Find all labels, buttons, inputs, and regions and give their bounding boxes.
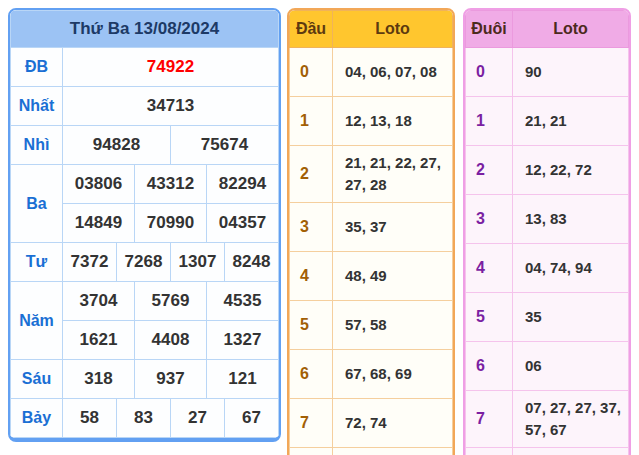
dau-loto-values: 35, 37 xyxy=(333,202,453,251)
prize-row-nhat: Nhất 34713 xyxy=(11,87,279,126)
dau-row-6: 6 67, 68, 69 xyxy=(290,349,453,398)
prize-value: 937 xyxy=(135,360,207,399)
dau-loto-values: 21, 21, 22, 27, 27, 28 xyxy=(333,146,453,203)
prize-value: 8248 xyxy=(225,243,279,282)
prize-row-db: ĐB 74922 xyxy=(11,48,279,87)
dau-loto-values: 04, 06, 07, 08 xyxy=(333,48,453,97)
prize-value: 4408 xyxy=(135,321,207,360)
duoi-row-0: 0 90 xyxy=(466,48,629,97)
prize-value: 94828 xyxy=(63,126,171,165)
result-table-header-row: Thứ Ba 13/08/2024 xyxy=(11,11,279,48)
dau-digit: 7 xyxy=(290,398,333,447)
dau-digit: 3 xyxy=(290,202,333,251)
loto-column-header: Loto xyxy=(333,11,453,48)
prize-row-tu: Tư 7372 7268 1307 8248 xyxy=(11,243,279,282)
duoi-row-1: 1 21, 21 xyxy=(466,97,629,146)
prize-value: 7268 xyxy=(117,243,171,282)
prize-value: 70990 xyxy=(135,204,207,243)
duoi-digit: 0 xyxy=(466,48,513,97)
dau-column-header: Đầu xyxy=(290,11,333,48)
prize-label-ba: Ba xyxy=(11,165,63,243)
duoi-row-6: 6 06 xyxy=(466,342,629,391)
prize-row-ba: Ba 03806 43312 82294 xyxy=(11,165,279,204)
dau-row-3: 3 35, 37 xyxy=(290,202,453,251)
dau-header-row: Đầu Loto xyxy=(290,11,453,48)
prize-value: 3704 xyxy=(63,282,135,321)
dau-loto-values: 48, 49 xyxy=(333,251,453,300)
prize-label-bay: Bảy xyxy=(11,399,63,438)
dau-loto-table: Đầu Loto 0 04, 06, 07, 08 1 12, 13, 18 2… xyxy=(289,10,453,455)
duoi-row-3: 3 13, 83 xyxy=(466,195,629,244)
duoi-loto-values: 13, 83 xyxy=(513,195,629,244)
dau-loto-card: Đầu Loto 0 04, 06, 07, 08 1 12, 13, 18 2… xyxy=(287,8,455,455)
duoi-header-row: Đuôi Loto xyxy=(466,11,629,48)
prize-value: 75674 xyxy=(171,126,279,165)
prize-value-special: 74922 xyxy=(63,48,279,87)
prize-value: 7372 xyxy=(63,243,117,282)
dau-digit: 5 xyxy=(290,300,333,349)
dau-row-8: 8 83 xyxy=(290,447,453,455)
prize-value: 03806 xyxy=(63,165,135,204)
duoi-loto-values: 12, 22, 72 xyxy=(513,146,629,195)
loto-column-header: Loto xyxy=(513,11,629,48)
dau-loto-values: 12, 13, 18 xyxy=(333,97,453,146)
dau-loto-values: 67, 68, 69 xyxy=(333,349,453,398)
prize-value: 1307 xyxy=(171,243,225,282)
result-table: Thứ Ba 13/08/2024 ĐB 74922 Nhất 34713 Nh… xyxy=(10,10,279,438)
prize-value: 121 xyxy=(207,360,279,399)
result-table-card: Thứ Ba 13/08/2024 ĐB 74922 Nhất 34713 Nh… xyxy=(8,8,281,442)
prize-value: 318 xyxy=(63,360,135,399)
dau-digit: 4 xyxy=(290,251,333,300)
prize-value: 5769 xyxy=(135,282,207,321)
duoi-digit: 2 xyxy=(466,146,513,195)
result-date-title: Thứ Ba 13/08/2024 xyxy=(11,11,279,48)
prize-value: 67 xyxy=(225,399,279,438)
lottery-results-page: Thứ Ba 13/08/2024 ĐB 74922 Nhất 34713 Nh… xyxy=(0,0,639,455)
prize-label-nhi: Nhì xyxy=(11,126,63,165)
dau-digit: 2 xyxy=(290,146,333,203)
duoi-loto-values: 21, 21 xyxy=(513,97,629,146)
prize-value: 83 xyxy=(117,399,171,438)
duoi-row-8: 8 08, 18, 28, 48, 58, 68 xyxy=(466,447,629,455)
prize-value: 34713 xyxy=(63,87,279,126)
duoi-loto-values: 06 xyxy=(513,342,629,391)
duoi-row-2: 2 12, 22, 72 xyxy=(466,146,629,195)
prize-label-nam: Năm xyxy=(11,282,63,360)
dau-digit: 1 xyxy=(290,97,333,146)
prize-row-bay: Bảy 58 83 27 67 xyxy=(11,399,279,438)
prize-value: 82294 xyxy=(207,165,279,204)
dau-row-5: 5 57, 58 xyxy=(290,300,453,349)
prize-value: 27 xyxy=(171,399,225,438)
prize-value: 1327 xyxy=(207,321,279,360)
dau-loto-values: 57, 58 xyxy=(333,300,453,349)
duoi-row-4: 4 04, 74, 94 xyxy=(466,244,629,293)
dau-row-7: 7 72, 74 xyxy=(290,398,453,447)
dau-row-2: 2 21, 21, 22, 27, 27, 28 xyxy=(290,146,453,203)
dau-digit: 0 xyxy=(290,48,333,97)
duoi-digit: 6 xyxy=(466,342,513,391)
prize-row-sau: Sáu 318 937 121 xyxy=(11,360,279,399)
prize-row-nhi: Nhì 94828 75674 xyxy=(11,126,279,165)
duoi-loto-values: 90 xyxy=(513,48,629,97)
dau-digit: 8 xyxy=(290,447,333,455)
duoi-digit: 4 xyxy=(466,244,513,293)
prize-value: 04357 xyxy=(207,204,279,243)
dau-loto-values: 83 xyxy=(333,447,453,455)
duoi-digit: 5 xyxy=(466,293,513,342)
duoi-digit: 8 xyxy=(466,447,513,455)
duoi-digit: 1 xyxy=(466,97,513,146)
dau-row-0: 0 04, 06, 07, 08 xyxy=(290,48,453,97)
duoi-row-7: 7 07, 27, 27, 37, 57, 67 xyxy=(466,391,629,448)
duoi-loto-values: 35 xyxy=(513,293,629,342)
duoi-loto-values: 04, 74, 94 xyxy=(513,244,629,293)
duoi-loto-card: Đuôi Loto 0 90 1 21, 21 2 12, 22, 72 3 1… xyxy=(463,8,631,455)
dau-row-1: 1 12, 13, 18 xyxy=(290,97,453,146)
prize-value: 4535 xyxy=(207,282,279,321)
duoi-digit: 3 xyxy=(466,195,513,244)
prize-label-sau: Sáu xyxy=(11,360,63,399)
duoi-row-5: 5 35 xyxy=(466,293,629,342)
dau-loto-values: 72, 74 xyxy=(333,398,453,447)
duoi-loto-table: Đuôi Loto 0 90 1 21, 21 2 12, 22, 72 3 1… xyxy=(465,10,629,455)
duoi-loto-values: 07, 27, 27, 37, 57, 67 xyxy=(513,391,629,448)
duoi-column-header: Đuôi xyxy=(466,11,513,48)
